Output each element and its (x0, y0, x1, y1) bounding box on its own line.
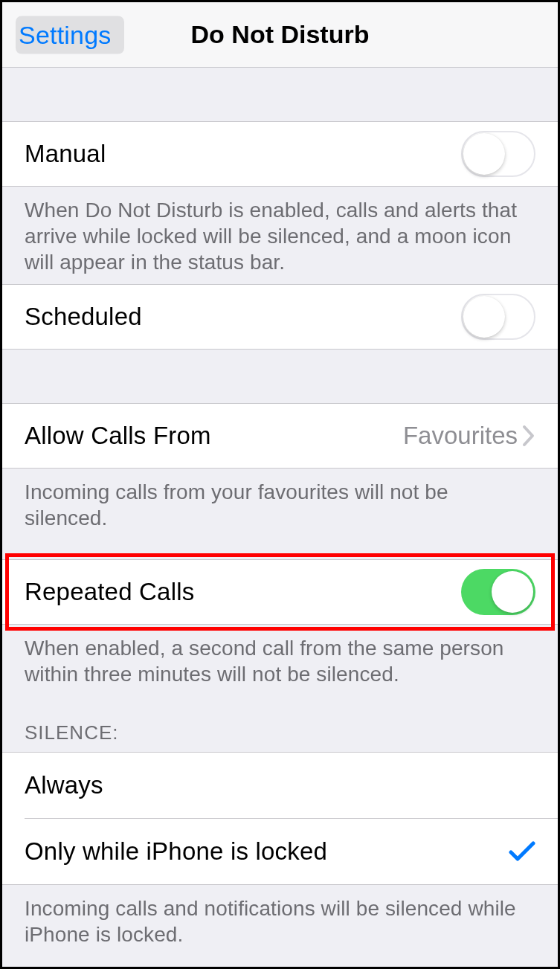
silence-footer: Incoming calls and notifications will be… (2, 885, 558, 956)
back-button[interactable]: Settings (16, 16, 124, 54)
section-spacer (2, 350, 558, 403)
section-spacer (2, 540, 558, 559)
toggle-knob-icon (492, 571, 533, 613)
toggle-knob-icon (463, 133, 505, 175)
back-button-label: Settings (19, 20, 111, 49)
allow-calls-from-label: Allow Calls From (25, 422, 211, 450)
allow-calls-footer: Incoming calls from your favourites will… (2, 469, 558, 540)
repeated-calls-row[interactable]: Repeated Calls (2, 559, 558, 625)
scheduled-row[interactable]: Scheduled (2, 284, 558, 350)
section-spacer (2, 68, 558, 121)
allow-calls-from-value: Favourites (403, 422, 518, 450)
scheduled-label: Scheduled (25, 303, 142, 331)
silence-group: Always Only while iPhone is locked (2, 752, 558, 885)
silence-header: SILENCE: (2, 696, 558, 752)
chevron-right-icon (522, 425, 535, 447)
silence-locked-row[interactable]: Only while iPhone is locked (2, 819, 558, 884)
manual-row[interactable]: Manual (2, 121, 558, 187)
manual-label: Manual (25, 140, 106, 168)
silence-always-row[interactable]: Always (2, 753, 558, 818)
manual-toggle[interactable] (461, 131, 535, 177)
repeated-calls-footer: When enabled, a second call from the sam… (2, 625, 558, 696)
navigation-bar: Settings Do Not Disturb (2, 2, 558, 68)
checkmark-icon (509, 841, 535, 862)
silence-always-label: Always (25, 771, 103, 799)
settings-screen: Settings Do Not Disturb Manual When Do N… (0, 0, 560, 969)
repeated-calls-toggle[interactable] (461, 569, 535, 615)
scheduled-toggle[interactable] (461, 294, 535, 340)
silence-locked-label: Only while iPhone is locked (25, 837, 327, 866)
repeated-calls-label: Repeated Calls (25, 578, 194, 606)
allow-calls-from-row[interactable]: Allow Calls From Favourites (2, 403, 558, 469)
repeated-calls-highlight: Repeated Calls (2, 559, 558, 625)
manual-footer: When Do Not Disturb is enabled, calls an… (2, 187, 558, 284)
toggle-knob-icon (463, 296, 505, 338)
